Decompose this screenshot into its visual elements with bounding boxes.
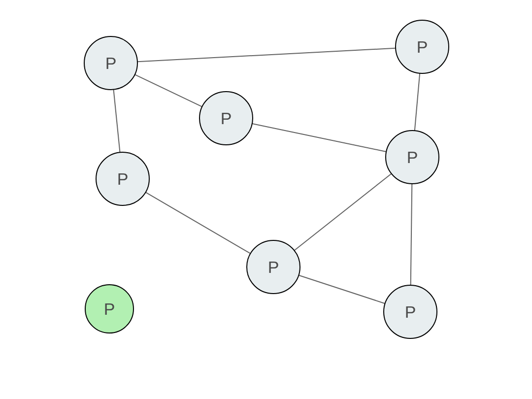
graph-node[interactable]: P — [96, 152, 149, 205]
graph-node[interactable]: P — [386, 131, 439, 184]
graph-node-label: P — [117, 169, 129, 188]
graph-node[interactable]: P — [84, 36, 137, 90]
graph-edge — [415, 73, 420, 131]
graph-node[interactable]: P — [200, 92, 253, 145]
graph-node-label: P — [104, 299, 115, 318]
graph-node-label: P — [407, 148, 418, 166]
graph-node[interactable]: P — [396, 20, 449, 73]
graph-node[interactable]: P — [384, 285, 437, 338]
graph-node[interactable]: P — [85, 285, 133, 333]
graph-node-label: P — [105, 54, 117, 72]
graph-node-label: P — [221, 109, 232, 128]
graph-edge — [299, 275, 385, 303]
graph-node-label: P — [417, 37, 428, 56]
graph-edge — [135, 74, 202, 106]
graph-node[interactable]: P — [247, 240, 300, 294]
graph-node-label: P — [268, 258, 279, 276]
nodes-layer: PPPPPPPP — [84, 20, 449, 338]
graph-diagram: PPPPPPPP — [0, 0, 532, 399]
graph-edge — [146, 192, 251, 253]
graph-edge — [113, 90, 120, 153]
graph-edge — [294, 173, 391, 250]
graph-node-label: P — [405, 302, 416, 321]
graph-edge — [252, 124, 386, 152]
graph-edge — [411, 184, 412, 285]
graph-edge — [137, 48, 396, 62]
